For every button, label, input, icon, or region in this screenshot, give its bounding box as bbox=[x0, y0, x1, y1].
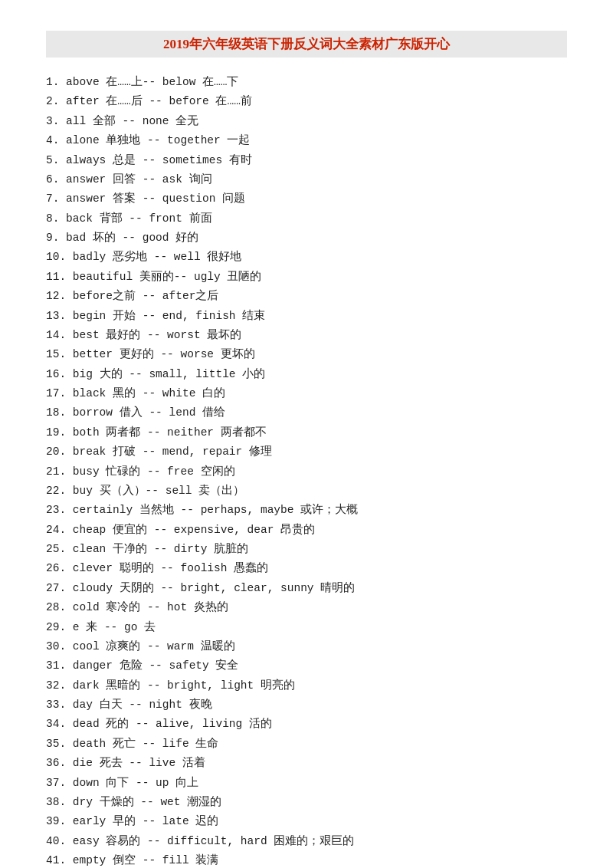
list-item: 31. danger 危险 -- safety 安全 bbox=[46, 656, 567, 676]
list-item: 6. answer 回答 -- ask 询问 bbox=[46, 170, 567, 189]
list-item: 20. break 打破 -- mend, repair 修理 bbox=[46, 442, 567, 462]
list-item: 11. beautiful 美丽的-- ugly 丑陋的 bbox=[46, 268, 567, 287]
list-item: 22. buy 买（入）-- sell 卖（出） bbox=[46, 482, 567, 501]
list-item: 26. clever 聪明的 -- foolish 愚蠢的 bbox=[46, 559, 567, 578]
list-item: 19. both 两者都 -- neither 两者都不 bbox=[46, 423, 567, 442]
list-item: 33. day 白天 -- night 夜晚 bbox=[46, 695, 567, 715]
page-title: 2019年六年级英语下册反义词大全素材广东版开心 bbox=[46, 31, 567, 58]
word-list: 1. above 在……上-- below 在……下2. after 在……后 … bbox=[46, 73, 567, 868]
list-item: 27. cloudy 天阴的 -- bright, clear, sunny 晴… bbox=[46, 579, 567, 598]
list-item: 17. black 黑的 -- white 白的 bbox=[46, 384, 567, 403]
list-item: 40. easy 容易的 -- difficult, hard 困难的；艰巨的 bbox=[46, 832, 567, 851]
list-item: 28. cold 寒冷的 -- hot 炎热的 bbox=[46, 598, 567, 617]
list-item: 14. best 最好的 -- worst 最坏的 bbox=[46, 326, 567, 345]
list-item: 10. badly 恶劣地 -- well 很好地 bbox=[46, 248, 567, 267]
list-item: 8. back 背部 -- front 前面 bbox=[46, 209, 567, 229]
list-item: 34. dead 死的 -- alive, living 活的 bbox=[46, 715, 567, 734]
list-item: 18. borrow 借入 -- lend 借给 bbox=[46, 403, 567, 422]
list-item: 7. answer 答案 -- question 问题 bbox=[46, 189, 567, 209]
list-item: 39. early 早的 -- late 迟的 bbox=[46, 812, 567, 831]
list-item: 36. die 死去 -- live 活着 bbox=[46, 754, 567, 773]
list-item: 5. always 总是 -- sometimes 有时 bbox=[46, 151, 567, 170]
list-item: 21. busy 忙碌的 -- free 空闲的 bbox=[46, 462, 567, 482]
list-item: 29. e 来 -- go 去 bbox=[46, 618, 567, 637]
list-item: 37. down 向下 -- up 向上 bbox=[46, 774, 567, 793]
list-item: 35. death 死亡 -- life 生命 bbox=[46, 735, 567, 754]
list-item: 15. better 更好的 -- worse 更坏的 bbox=[46, 345, 567, 364]
list-item: 41. empty 倒空 -- fill 装满 bbox=[46, 851, 567, 868]
list-item: 38. dry 干燥的 -- wet 潮湿的 bbox=[46, 793, 567, 812]
list-item: 2. after 在……后 -- before 在……前 bbox=[46, 92, 567, 111]
list-item: 12. before之前 -- after之后 bbox=[46, 287, 567, 306]
list-item: 23. certainly 当然地 -- perhaps, maybe 或许；大… bbox=[46, 501, 567, 520]
list-item: 25. clean 干净的 -- dirty 肮脏的 bbox=[46, 540, 567, 559]
list-item: 3. all 全部 -- none 全无 bbox=[46, 112, 567, 131]
list-item: 30. cool 凉爽的 -- warm 温暖的 bbox=[46, 637, 567, 656]
list-item: 16. big 大的 -- small, little 小的 bbox=[46, 365, 567, 384]
list-item: 13. begin 开始 -- end, finish 结束 bbox=[46, 307, 567, 326]
list-item: 1. above 在……上-- below 在……下 bbox=[46, 73, 567, 92]
list-item: 24. cheap 便宜的 -- expensive, dear 昂贵的 bbox=[46, 521, 567, 540]
list-item: 9. bad 坏的 -- good 好的 bbox=[46, 229, 567, 248]
list-item: 32. dark 黑暗的 -- bright, light 明亮的 bbox=[46, 676, 567, 695]
list-item: 4. alone 单独地 -- together 一起 bbox=[46, 131, 567, 150]
